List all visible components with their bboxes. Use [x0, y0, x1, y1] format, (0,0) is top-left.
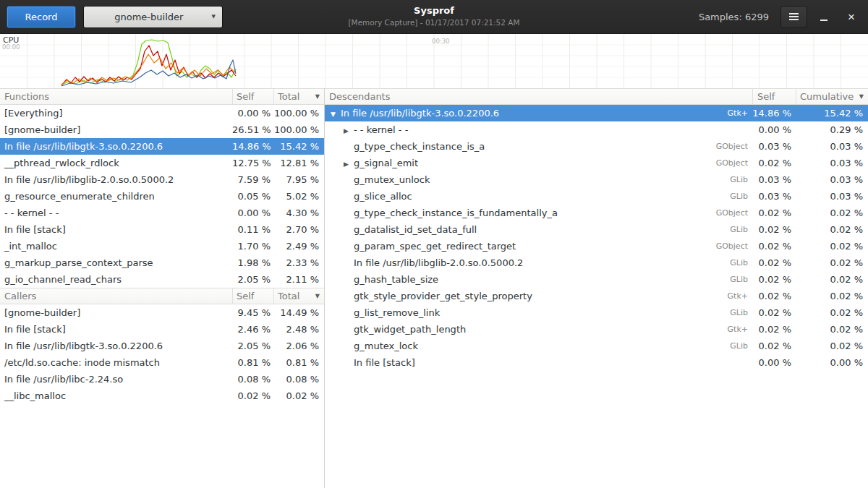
callers-row[interactable]: /etc/ld.so.cache: inode mismatch0.81 %0.… — [0, 354, 324, 371]
descendants-row[interactable]: g_datalist_id_set_data_fullGLib0.02 %0.0… — [325, 221, 868, 238]
self-column-header[interactable]: Self — [232, 89, 273, 104]
descendants-row[interactable]: g_hash_table_sizeGLib0.02 %0.02 % — [325, 271, 868, 288]
functions-table: [Everything]0.00 %100.00 %[gnome-builder… — [0, 105, 324, 288]
total-column-header[interactable]: Total ▼ — [273, 89, 324, 104]
cumulative-column-header[interactable]: Cumulative ▼ — [796, 89, 868, 104]
descendant-name-cell: g_hash_table_size — [325, 271, 700, 288]
library-badge: Gtk+ — [700, 105, 752, 121]
expander-open-icon[interactable]: ▼ — [331, 106, 341, 121]
cpu-graph-panel[interactable]: CPU 00:00 00:30 — [0, 34, 868, 88]
callers-row[interactable]: In file /usr/lib/libc-2.24.so0.08 %0.08 … — [0, 371, 324, 388]
total-column-header[interactable]: Total ▼ — [273, 288, 324, 304]
descendants-row[interactable]: g_param_spec_get_redirect_targetGObject0… — [325, 238, 868, 254]
total-percent: 2.11 % — [273, 271, 324, 288]
self-percent: 0.03 % — [752, 171, 796, 188]
library-badge: GLib — [700, 171, 752, 188]
callers-row[interactable]: [gnome-builder]9.45 %14.49 % — [0, 304, 324, 321]
header-bar: Record gnome-builder ▼ Sysprof [Memory C… — [0, 0, 868, 34]
descendant-name: In file /usr/lib/libgtk-3.so.0.2200.6 — [341, 108, 499, 119]
left-pane: Functions Self Total ▼ [Everything]0.00 … — [0, 88, 325, 488]
descendant-name: g_slice_alloc — [354, 191, 412, 202]
descendants-row[interactable]: g_slice_allocGLib0.03 %0.03 % — [325, 188, 868, 205]
callers-column-header[interactable]: Callers — [0, 288, 232, 304]
expander-closed-icon[interactable]: ▶ — [344, 156, 354, 171]
descendants-row[interactable]: ▼In file /usr/lib/libgtk-3.so.0.2200.6Gt… — [325, 105, 868, 121]
self-percent: 9.45 % — [232, 304, 273, 321]
self-percent: 0.02 % — [752, 288, 796, 304]
descendants-row[interactable]: g_type_check_instance_is_fundamentally_a… — [325, 205, 868, 221]
library-badge — [700, 121, 752, 138]
descendants-row[interactable]: ▶g_signal_emitGObject0.02 %0.03 % — [325, 155, 868, 171]
self-column-header[interactable]: Self — [752, 89, 796, 104]
callers-row[interactable]: __libc_malloc0.02 %0.02 % — [0, 388, 324, 404]
descendant-name: - - kernel - - — [354, 124, 408, 135]
functions-row[interactable]: __pthread_rwlock_rdlock12.75 %12.81 % — [0, 155, 324, 171]
total-percent: 2.06 % — [273, 338, 324, 354]
capture-subtitle: [Memory Capture] - 01/17/2017 07:21:52 A… — [348, 18, 519, 27]
functions-row[interactable]: - - kernel - -0.00 %4.30 % — [0, 205, 324, 221]
total-percent: 14.49 % — [273, 304, 324, 321]
functions-row[interactable]: [gnome-builder]26.51 %100.00 % — [0, 121, 324, 138]
record-button[interactable]: Record — [7, 6, 76, 28]
descendant-name-cell: g_type_check_instance_is_a — [325, 138, 700, 155]
total-percent: 0.08 % — [273, 371, 324, 388]
function-name: __pthread_rwlock_rdlock — [0, 155, 232, 171]
minimize-button[interactable] — [813, 6, 835, 27]
timeline-mid-label: 00:30 — [432, 38, 450, 45]
library-badge: GLib — [700, 254, 752, 271]
functions-row[interactable]: g_markup_parse_context_parse1.98 %2.33 % — [0, 254, 324, 271]
functions-row[interactable]: In file [stack]0.11 %2.70 % — [0, 221, 324, 238]
descendants-row[interactable]: g_type_check_instance_is_aGObject0.03 %0… — [325, 138, 868, 155]
total-percent: 15.42 % — [273, 138, 324, 155]
expander-closed-icon[interactable]: ▶ — [344, 123, 354, 138]
descendants-row[interactable]: gtk_style_provider_get_style_propertyGtk… — [325, 288, 868, 304]
callers-row[interactable]: In file [stack]2.46 %2.48 % — [0, 321, 324, 338]
functions-row[interactable]: _int_malloc1.70 %2.49 % — [0, 238, 324, 254]
total-percent: 0.02 % — [273, 388, 324, 404]
header-right-controls: Samples: 6299 × — [699, 6, 862, 28]
self-percent: 0.02 % — [752, 205, 796, 221]
close-button[interactable]: × — [841, 6, 862, 27]
descendant-name-cell: ▶g_signal_emit — [325, 155, 700, 171]
library-badge: GLib — [700, 188, 752, 205]
descendants-column-header[interactable]: Descendants — [325, 89, 752, 104]
self-percent: 0.02 % — [752, 338, 796, 354]
cumulative-percent: 0.02 % — [796, 288, 868, 304]
menu-button[interactable] — [780, 6, 807, 28]
library-badge: Gtk+ — [700, 288, 752, 304]
descendant-name: g_param_spec_get_redirect_target — [354, 241, 516, 252]
self-percent: 0.02 % — [752, 238, 796, 254]
cpu-series-cpu1 — [61, 46, 236, 85]
self-percent: 12.75 % — [232, 155, 273, 171]
hamburger-icon — [789, 16, 799, 17]
self-percent: 2.05 % — [232, 338, 273, 354]
functions-row[interactable]: In file /usr/lib/libglib-2.0.so.0.5000.2… — [0, 171, 324, 188]
process-selector[interactable]: gnome-builder ▼ — [83, 6, 223, 28]
descendants-row[interactable]: In file [stack]0.00 %0.00 % — [325, 354, 868, 371]
descendant-name-cell: In file /usr/lib/libglib-2.0.so.0.5000.2 — [325, 254, 700, 271]
total-column-label: Total — [278, 89, 299, 104]
descendants-row[interactable]: g_mutex_unlockGLib0.03 %0.03 % — [325, 171, 868, 188]
cumulative-percent: 0.29 % — [796, 121, 868, 138]
self-percent: 0.08 % — [232, 371, 273, 388]
descendants-row[interactable]: g_mutex_lockGLib0.02 %0.02 % — [325, 338, 868, 354]
self-percent: 0.05 % — [232, 188, 273, 205]
self-column-header[interactable]: Self — [232, 288, 273, 304]
descendants-row[interactable]: ▶- - kernel - -0.00 %0.29 % — [325, 121, 868, 138]
function-name: In file /usr/lib/libgtk-3.so.0.2200.6 — [0, 338, 232, 354]
functions-row[interactable]: g_resource_enumerate_children0.05 %5.02 … — [0, 188, 324, 205]
self-percent: 2.05 % — [232, 271, 273, 288]
cumulative-percent: 0.03 % — [796, 188, 868, 205]
functions-row[interactable]: [Everything]0.00 %100.00 % — [0, 105, 324, 121]
callers-row[interactable]: In file /usr/lib/libgtk-3.so.0.2200.62.0… — [0, 338, 324, 354]
process-selector-label: gnome-builder — [90, 12, 208, 22]
descendants-row[interactable]: gtk_widget_path_lengthGtk+0.02 %0.02 % — [325, 321, 868, 338]
callers-table-header: Callers Self Total ▼ — [0, 288, 324, 304]
functions-column-header[interactable]: Functions — [0, 89, 232, 104]
functions-row[interactable]: g_io_channel_read_chars2.05 %2.11 % — [0, 271, 324, 288]
functions-row[interactable]: In file /usr/lib/libgtk-3.so.0.2200.614.… — [0, 138, 324, 155]
descendants-row[interactable]: g_list_remove_linkGLib0.02 %0.02 % — [325, 304, 868, 321]
descendants-row[interactable]: In file /usr/lib/libglib-2.0.so.0.5000.2… — [325, 254, 868, 271]
self-percent: 0.02 % — [752, 155, 796, 171]
self-percent: 0.00 % — [752, 121, 796, 138]
